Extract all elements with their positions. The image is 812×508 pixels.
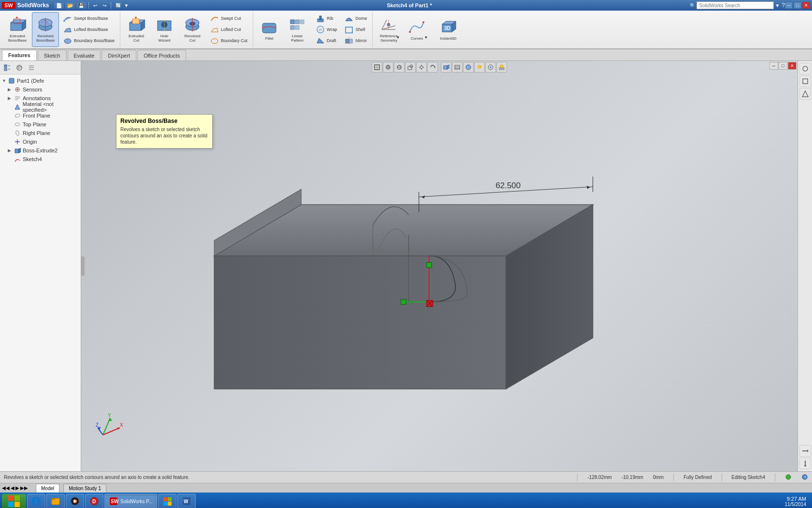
extruded-cut-label: ExtrudedCut bbox=[129, 34, 144, 43]
annotations-expander[interactable]: ▶ bbox=[8, 96, 14, 101]
search-input[interactable] bbox=[696, 1, 774, 9]
rotate-btn[interactable] bbox=[427, 62, 438, 73]
taskbar-media[interactable] bbox=[66, 494, 84, 508]
right-btn-1[interactable] bbox=[799, 63, 811, 75]
undo-btn[interactable]: ↩ bbox=[91, 2, 99, 9]
config-manager-btn[interactable] bbox=[26, 62, 37, 73]
boundary-cut-btn[interactable]: Boundary Cut bbox=[207, 35, 251, 46]
scene-btn[interactable] bbox=[496, 62, 507, 73]
render-mode-btn[interactable] bbox=[463, 62, 474, 73]
feature-manager-btn[interactable] bbox=[2, 62, 13, 73]
appearance-btn[interactable] bbox=[485, 62, 496, 73]
tab-office[interactable]: Office Products bbox=[137, 50, 186, 60]
view-settings-btn[interactable] bbox=[452, 62, 463, 73]
tab-features[interactable]: Features bbox=[2, 50, 37, 60]
tab-sketch[interactable]: Sketch bbox=[38, 50, 67, 60]
vp-close-btn[interactable]: ✕ bbox=[788, 62, 797, 70]
vp-minimize-btn[interactable]: ─ bbox=[769, 62, 778, 70]
extruded-cut-btn[interactable]: ExtrudedCut bbox=[123, 12, 150, 47]
boundary-boss-base-btn[interactable]: Boundary Boss/Base bbox=[60, 35, 118, 46]
curves-dropdown-arrow[interactable]: ▼ bbox=[424, 35, 428, 40]
taskbar-ie[interactable] bbox=[27, 494, 45, 508]
tree-boss-extrude2[interactable]: ▶ Boss-Extrude2 bbox=[0, 146, 81, 155]
extruded-boss-base-btn[interactable]: Extruded Boss/Base bbox=[4, 12, 31, 47]
svg-marker-87 bbox=[420, 68, 422, 70]
timeline-motion-tab[interactable]: Motion Study 1 bbox=[63, 484, 106, 493]
svg-point-48 bbox=[422, 21, 424, 23]
viewport[interactable]: 62.500 Revolved Boss/Base Revolves a ske… bbox=[81, 61, 798, 471]
ref-dropdown-arrow[interactable]: ▼ bbox=[396, 35, 400, 40]
sensors-expander[interactable]: ▶ bbox=[8, 87, 14, 92]
lights-btn[interactable] bbox=[474, 62, 485, 73]
taskbar-solidworks[interactable]: SW SolidWorks P... bbox=[104, 494, 157, 508]
panel-collapse-handle[interactable] bbox=[81, 256, 85, 276]
tree-top-plane[interactable]: Top Plane bbox=[0, 120, 81, 129]
taskbar-word[interactable]: W bbox=[177, 494, 196, 508]
hole-wizard-btn[interactable]: HoleWizard bbox=[151, 12, 178, 47]
tree-expander[interactable]: ▼ bbox=[2, 78, 8, 83]
tree-sensors[interactable]: ▶ Sensors bbox=[0, 85, 81, 94]
restore-btn[interactable]: □ bbox=[794, 2, 801, 9]
dome-btn[interactable]: Dome bbox=[341, 13, 370, 24]
timeline-back-btn[interactable]: ◀ bbox=[11, 485, 14, 491]
rebuild-btn[interactable]: 🔄 bbox=[114, 2, 123, 8]
minimize-btn[interactable]: ─ bbox=[785, 2, 793, 9]
timeline-model-tab[interactable]: Model bbox=[36, 484, 59, 493]
taskbar-app1[interactable]: D bbox=[85, 494, 103, 508]
tree-origin[interactable]: Origin bbox=[0, 137, 81, 146]
zoom-in-btn[interactable] bbox=[383, 62, 393, 73]
hole-wizard-label: HoleWizard bbox=[159, 34, 171, 43]
lofted-cut-btn[interactable]: Lofted Cut bbox=[207, 24, 251, 35]
rib-btn[interactable]: Rib bbox=[313, 13, 340, 24]
timeline-prev-btn[interactable]: ◀◀ bbox=[2, 485, 10, 491]
features-sub-group2: Dome Shell Mirror bbox=[341, 13, 370, 46]
search-dropdown[interactable]: ▼ bbox=[775, 3, 780, 8]
property-manager-btn[interactable]: P bbox=[14, 62, 25, 73]
redo-btn[interactable]: ↪ bbox=[101, 2, 108, 9]
timeline-end-btn[interactable]: ▶▶ bbox=[20, 485, 28, 491]
zoom-out-btn[interactable] bbox=[394, 62, 405, 73]
draft-btn[interactable]: Draft bbox=[313, 35, 340, 46]
fillet-btn[interactable]: Fillet bbox=[256, 12, 283, 47]
instant3d-btn[interactable]: 3D Instant3D bbox=[431, 12, 465, 47]
swept-boss-base-btn[interactable]: Swept Boss/Base bbox=[60, 13, 118, 24]
tab-dimxpert[interactable]: DimXpert bbox=[102, 50, 136, 60]
right-btn-4[interactable] bbox=[799, 445, 811, 457]
tree-material[interactable]: Material <not specified> bbox=[0, 103, 81, 111]
start-button[interactable] bbox=[2, 494, 26, 508]
help-btn[interactable]: ? bbox=[782, 2, 785, 9]
reference-geometry-btn[interactable]: ReferenceGeometry ▼ bbox=[375, 12, 402, 47]
right-btn-3[interactable] bbox=[799, 88, 811, 100]
taskbar-explorer[interactable] bbox=[46, 494, 65, 508]
right-btn-5[interactable] bbox=[799, 458, 811, 469]
boss-extrude2-expander[interactable]: ▶ bbox=[8, 148, 14, 153]
svg-rect-55 bbox=[4, 68, 7, 71]
zoom-fit-btn[interactable] bbox=[372, 62, 382, 73]
lofted-boss-base-btn[interactable]: Lofted Boss/Base bbox=[60, 24, 118, 35]
zoom-area-btn[interactable] bbox=[405, 62, 416, 73]
wrap-btn[interactable]: W Wrap bbox=[313, 24, 340, 35]
view-orientation-btn[interactable] bbox=[441, 62, 451, 73]
revolved-cut-btn[interactable]: RevolvedCut bbox=[179, 12, 206, 47]
new-btn[interactable]: 📄 bbox=[54, 2, 64, 9]
curves-btn[interactable]: Curves ▼ bbox=[403, 12, 430, 47]
pan-btn[interactable] bbox=[416, 62, 427, 73]
vp-restore-btn[interactable]: □ bbox=[779, 62, 787, 70]
mirror-btn[interactable]: Mirror bbox=[341, 35, 370, 46]
revolved-boss-base-btn[interactable]: Revolved Boss/Base bbox=[32, 12, 59, 47]
timeline-fwd-btn[interactable]: ▶ bbox=[15, 485, 19, 491]
swept-cut-btn[interactable]: Swept Cut bbox=[207, 13, 251, 24]
save-btn[interactable]: 💾 bbox=[76, 2, 86, 9]
tree-root-item[interactable]: ▼ Part1 (Defe bbox=[0, 76, 81, 85]
tree-right-plane[interactable]: Right Plane bbox=[0, 129, 81, 137]
right-btn-2[interactable] bbox=[799, 75, 811, 87]
close-btn[interactable]: ✕ bbox=[802, 2, 810, 9]
tree-sketch4[interactable]: Sketch4 bbox=[0, 155, 81, 164]
open-btn[interactable]: 📂 bbox=[65, 2, 75, 9]
svg-rect-30 bbox=[300, 20, 304, 24]
options-dropdown[interactable]: ▼ bbox=[124, 3, 129, 8]
tab-evaluate[interactable]: Evaluate bbox=[68, 50, 101, 60]
shell-btn[interactable]: Shell bbox=[341, 24, 370, 35]
linear-pattern-btn[interactable]: LinearPattern bbox=[284, 12, 311, 47]
taskbar-app2[interactable] bbox=[158, 494, 176, 508]
